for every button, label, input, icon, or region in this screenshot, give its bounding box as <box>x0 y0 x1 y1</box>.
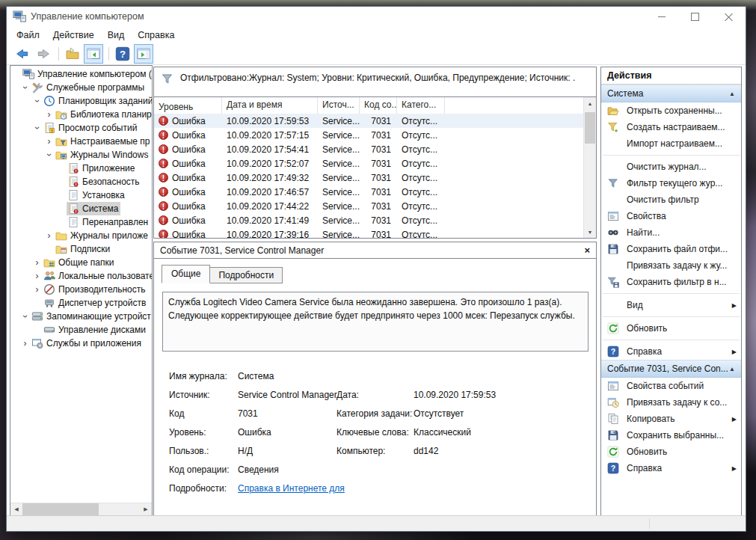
event-row[interactable]: !Ошибка10.09.2020 17:49:32Service...7031… <box>154 171 583 185</box>
action-section-header-2[interactable]: Событие 7031, Service Con...▲ <box>601 360 741 378</box>
tree-item-label: Подписки <box>70 244 110 254</box>
event-row[interactable]: !Ошибка10.09.2020 17:46:57Service...7031… <box>154 185 583 199</box>
detail-close-icon[interactable]: × <box>584 245 590 255</box>
tree-item[interactable]: ›Службы и приложения <box>10 337 152 350</box>
expander-collapsed-icon[interactable]: › <box>31 271 43 280</box>
tree-item[interactable]: ›Библиотека планир <box>10 108 152 121</box>
action-item[interactable]: Обновить <box>601 320 741 337</box>
tree-item[interactable]: ›Подписки <box>10 242 152 256</box>
tab-general[interactable]: Общие <box>162 265 210 283</box>
tree-item[interactable]: ›Управление компьютером (л <box>10 67 152 81</box>
tree-item[interactable]: ›Журналы Windows <box>10 148 152 162</box>
scroll-up-icon[interactable]: ▲ <box>584 97 596 109</box>
action-item[interactable]: ?Справка▶ <box>601 460 741 476</box>
action-item[interactable]: Привязать задачу к жу... <box>601 257 741 274</box>
event-row[interactable]: !Ошибка10.09.2020 17:39:16Service...7031… <box>154 227 583 238</box>
expander-expanded-icon[interactable]: › <box>21 82 30 93</box>
action-item[interactable]: Свойства событий <box>601 378 741 394</box>
tree-item[interactable]: ›Приложение <box>10 162 152 175</box>
menu-item-Действие[interactable]: Действие <box>46 28 101 43</box>
event-row[interactable]: !Ошибка10.09.2020 17:54:41Service...7031… <box>154 142 583 156</box>
tree-item[interactable]: ›Диспетчер устройств <box>10 296 152 310</box>
column-header-3[interactable]: Источ... <box>318 97 360 114</box>
save-icon <box>607 429 619 441</box>
expander-collapsed-icon[interactable]: › <box>43 231 55 240</box>
expander-collapsed-icon[interactable]: › <box>19 339 31 348</box>
scrollbar-thumb[interactable] <box>585 112 595 144</box>
online-help-link[interactable]: Справка в Интернете для <box>238 483 345 494</box>
column-header-1[interactable]: Уровень <box>154 97 222 114</box>
title-bar[interactable]: Управление компьютером <box>7 7 746 26</box>
action-item[interactable]: Копировать▶ <box>601 411 741 427</box>
tree-horizontal-scrollbar[interactable]: ◀ ▶ <box>10 503 152 515</box>
tree-item[interactable]: ›Управление дисками <box>10 323 152 337</box>
tab-details[interactable]: Подробности <box>209 267 283 283</box>
back-button[interactable] <box>13 44 32 64</box>
collapse-icon[interactable]: ▲ <box>729 90 735 97</box>
tree-item[interactable]: ›Просмотр событий <box>10 121 152 135</box>
tree-item[interactable]: ›Запоминающие устройст <box>10 310 152 323</box>
expander-expanded-icon[interactable]: › <box>45 150 54 161</box>
tree-item[interactable]: ›Система <box>10 202 152 215</box>
action-item[interactable]: Открыть сохраненны... <box>601 102 741 119</box>
collapse-icon[interactable]: ▲ <box>729 366 735 372</box>
action-item[interactable]: Создать настраиваем... <box>601 119 741 135</box>
tree-item[interactable]: ›Производительность <box>10 283 152 296</box>
column-header-4[interactable]: Код со... <box>360 97 397 114</box>
tree-item[interactable]: ›Безопасность <box>10 175 152 188</box>
expander-expanded-icon[interactable]: › <box>33 96 42 107</box>
tree-item[interactable]: ›Общие папки <box>10 256 152 269</box>
event-row[interactable]: !Ошибка10.09.2020 17:52:07Service...7031… <box>154 156 583 171</box>
expander-collapsed-icon[interactable]: › <box>31 285 43 294</box>
event-list-scrollbar[interactable]: ▲ ▼ <box>583 97 596 238</box>
action-item[interactable]: Импорт настраиваем... <box>601 135 741 152</box>
action-item[interactable]: ?Справка▶ <box>601 343 741 360</box>
column-header-2[interactable]: Дата и время <box>222 97 318 114</box>
console-tree-toggle[interactable] <box>84 44 103 64</box>
action-item[interactable]: Привязать задачу к со... <box>601 394 741 411</box>
forward-button[interactable] <box>34 44 53 64</box>
event-row[interactable]: !Ошибка10.09.2020 17:59:53Service...7031… <box>154 114 583 128</box>
scroll-right-icon[interactable]: ▶ <box>140 503 152 515</box>
tree-item[interactable]: ›Журналы приложе <box>10 229 152 242</box>
action-item[interactable]: Сохранить фильтр в н... <box>601 274 741 290</box>
action-section-header-1[interactable]: Система▲ <box>601 85 741 102</box>
scroll-down-icon[interactable]: ▼ <box>584 226 596 238</box>
action-item[interactable]: Фильтр текущего жур... <box>601 175 741 191</box>
expander-expanded-icon[interactable]: › <box>21 311 30 322</box>
action-item[interactable]: Найти... <box>601 224 741 241</box>
maximize-button[interactable] <box>678 7 712 26</box>
export-list-button[interactable] <box>63 44 82 64</box>
expander-collapsed-icon[interactable]: › <box>31 258 43 267</box>
computer-management-window: Управление компьютером ФайлДействиеВидСп… <box>6 6 746 532</box>
action-item[interactable]: Свойства <box>601 208 741 224</box>
tree-item[interactable]: ›Локальные пользовате <box>10 269 152 283</box>
tree-item[interactable]: ›Планировщик заданий <box>10 94 152 108</box>
expander-collapsed-icon[interactable]: › <box>43 137 55 146</box>
tree-item[interactable]: ›Настраиваемые пр <box>10 135 152 148</box>
tree-item[interactable]: ›Установка <box>10 188 152 202</box>
expander-collapsed-icon[interactable]: › <box>43 110 55 119</box>
tree-item[interactable]: ›Служебные программы <box>10 81 152 94</box>
tree-item[interactable]: ›Перенаправлен <box>10 215 152 229</box>
column-header-5[interactable]: Катего... <box>397 97 445 114</box>
action-item[interactable]: Сохранить выбранны... <box>601 427 741 444</box>
action-item[interactable]: Обновить <box>601 444 741 460</box>
event-row[interactable]: !Ошибка10.09.2020 17:57:15Service...7031… <box>154 128 583 142</box>
scroll-left-icon[interactable]: ◀ <box>10 503 22 515</box>
action-item[interactable]: Очистить фильтр <box>601 191 741 208</box>
action-item[interactable]: Сохранить файл отфи... <box>601 241 741 257</box>
expander-expanded-icon[interactable]: › <box>33 123 42 134</box>
action-item[interactable]: Очистить журнал... <box>601 159 741 175</box>
action-pane-toggle[interactable] <box>134 44 153 64</box>
event-row[interactable]: !Ошибка10.09.2020 17:44:22Service...7031… <box>154 199 583 213</box>
menu-item-Справка[interactable]: Справка <box>131 28 181 43</box>
menu-item-Вид[interactable]: Вид <box>101 28 132 43</box>
scrollbar-thumb[interactable] <box>22 503 99 515</box>
event-row[interactable]: !Ошибка10.09.2020 17:41:49Service...7031… <box>154 213 583 227</box>
action-item[interactable]: Вид▶ <box>601 297 741 313</box>
help-button[interactable]: ? <box>113 44 132 64</box>
close-button[interactable] <box>712 7 746 26</box>
menu-item-Файл[interactable]: Файл <box>10 28 46 43</box>
minimize-button[interactable] <box>645 7 678 26</box>
